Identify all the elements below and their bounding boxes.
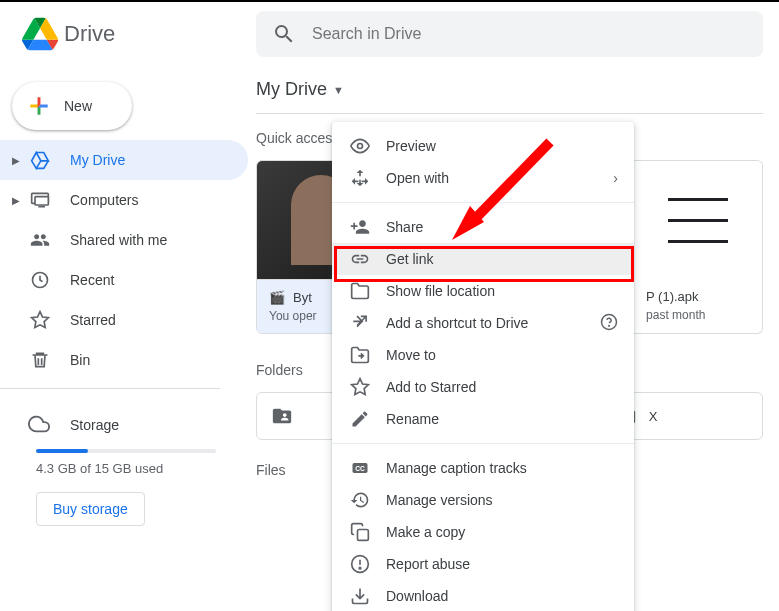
context-menu-manage-caption-tracks[interactable]: CCManage caption tracks (332, 452, 634, 484)
search-bar[interactable] (256, 11, 763, 57)
drive-icon (28, 150, 52, 170)
sidebar-item-drive[interactable]: ▶My Drive (0, 140, 248, 180)
person-add-icon (348, 217, 372, 237)
folder-icon (348, 281, 372, 301)
context-menu: PreviewOpen with›ShareGet linkShow file … (332, 122, 634, 611)
move-icon (348, 345, 372, 365)
storage-used-text: 4.3 GB of 15 GB used (36, 461, 224, 476)
sidebar: New ▶My Drive▶Computers▶Shared with me▶R… (0, 66, 248, 611)
context-menu-show-file-location[interactable]: Show file location (332, 275, 634, 307)
link-icon (348, 249, 372, 269)
chevron-right-icon: ▶ (12, 155, 24, 166)
svg-text:CC: CC (355, 465, 365, 472)
new-button-label: New (64, 98, 92, 114)
sidebar-item-storage[interactable]: Storage (12, 405, 224, 445)
context-menu-get-link[interactable]: Get link (332, 243, 634, 275)
product-title: Drive (64, 21, 115, 47)
cc-icon: CC (348, 458, 372, 478)
new-button[interactable]: New (12, 82, 132, 130)
download-icon (348, 586, 372, 606)
context-menu-label: Make a copy (386, 524, 465, 540)
search-input[interactable] (312, 25, 747, 43)
context-menu-label: Rename (386, 411, 439, 427)
svg-point-4 (358, 144, 363, 149)
storage-label: Storage (70, 417, 119, 433)
context-menu-label: Manage versions (386, 492, 493, 508)
context-menu-open-with[interactable]: Open with› (332, 162, 634, 194)
sidebar-divider (0, 388, 220, 389)
context-menu-report-abuse[interactable]: Report abuse (332, 548, 634, 580)
file-thumbnail (634, 161, 762, 279)
svg-marker-7 (352, 379, 369, 395)
recent-icon (28, 270, 52, 290)
plus-icon (26, 93, 52, 119)
svg-point-13 (359, 567, 361, 569)
context-menu-share[interactable]: Share (332, 211, 634, 243)
search-icon (272, 22, 296, 46)
context-menu-add-a-shortcut-to-drive[interactable]: Add a shortcut to Drive (332, 307, 634, 339)
sidebar-item-label: Computers (70, 192, 138, 208)
context-menu-label: Add to Starred (386, 379, 476, 395)
chevron-right-icon: › (613, 170, 618, 186)
open-with-icon (348, 168, 372, 188)
clapperboard-icon: 🎬 (269, 290, 285, 305)
quick-card-title: Byt (293, 290, 312, 305)
context-menu-add-to-starred[interactable]: Add to Starred (332, 371, 634, 403)
quick-card-file[interactable]: P (1).apk past month (634, 160, 763, 334)
sidebar-item-shared[interactable]: ▶Shared with me (0, 220, 248, 260)
cloud-icon (28, 413, 52, 438)
context-menu-label: Preview (386, 138, 436, 154)
context-menu-divider (332, 443, 634, 444)
context-menu-label: Download (386, 588, 448, 604)
svg-marker-3 (32, 312, 49, 328)
help-icon[interactable] (600, 313, 618, 334)
context-menu-label: Move to (386, 347, 436, 363)
sidebar-item-recent[interactable]: ▶Recent (0, 260, 248, 300)
sidebar-item-label: Bin (70, 352, 90, 368)
star-icon (28, 310, 52, 330)
context-menu-label: Add a shortcut to Drive (386, 315, 528, 331)
sidebar-item-computers[interactable]: ▶Computers (0, 180, 248, 220)
context-menu-label: Manage caption tracks (386, 460, 527, 476)
context-menu-label: Share (386, 219, 423, 235)
pencil-icon (348, 409, 372, 429)
logo-area[interactable]: Drive (8, 14, 256, 54)
shared-icon (28, 230, 52, 250)
drive-logo-icon (20, 14, 60, 54)
shortcut-icon (348, 313, 372, 333)
quick-card-subtitle: past month (646, 308, 750, 322)
sidebar-item-star[interactable]: ▶Starred (0, 300, 248, 340)
quick-card-title: P (1).apk (646, 289, 750, 304)
svg-rect-1 (35, 197, 48, 205)
computers-icon (28, 190, 52, 210)
svg-rect-10 (358, 530, 369, 541)
context-menu-move-to[interactable]: Move to (332, 339, 634, 371)
context-menu-label: Show file location (386, 283, 495, 299)
context-menu-make-a-copy[interactable]: Make a copy (332, 516, 634, 548)
star-icon (348, 377, 372, 397)
chevron-right-icon: ▶ (12, 195, 24, 206)
folder-name: X (649, 409, 658, 424)
context-menu-rename[interactable]: Rename (332, 403, 634, 435)
trash-icon (28, 350, 52, 370)
svg-point-6 (609, 325, 610, 326)
sidebar-item-label: Shared with me (70, 232, 167, 248)
buy-storage-button[interactable]: Buy storage (36, 492, 145, 526)
folder-shared-icon (271, 405, 293, 427)
context-menu-manage-versions[interactable]: Manage versions (332, 484, 634, 516)
copy-icon (348, 522, 372, 542)
sidebar-item-label: Starred (70, 312, 116, 328)
context-menu-preview[interactable]: Preview (332, 130, 634, 162)
context-menu-download[interactable]: Download (332, 580, 634, 611)
context-menu-label: Open with (386, 170, 449, 186)
breadcrumb[interactable]: My Drive ▼ (256, 74, 763, 114)
dropdown-icon: ▼ (333, 84, 344, 96)
context-menu-label: Report abuse (386, 556, 470, 572)
context-menu-divider (332, 202, 634, 203)
context-menu-label: Get link (386, 251, 433, 267)
breadcrumb-label: My Drive (256, 79, 327, 100)
history-icon (348, 490, 372, 510)
report-icon (348, 554, 372, 574)
sidebar-item-label: My Drive (70, 152, 125, 168)
sidebar-item-trash[interactable]: ▶Bin (0, 340, 248, 380)
